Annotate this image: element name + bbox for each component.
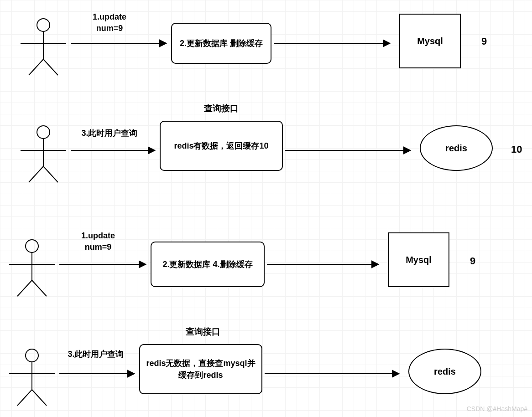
arrow: [71, 41, 169, 46]
section-header: 查询接口: [169, 326, 237, 338]
arrow-label: 3.此时用户查询: [50, 349, 141, 360]
mysql-value: 9: [481, 36, 487, 47]
arrow: [274, 41, 392, 46]
redis-label: redis: [434, 366, 456, 377]
arrow: [59, 262, 148, 267]
step-box: 2.更新数据库 4.删除缓存: [151, 242, 265, 287]
step-box-text: redis无数据，直接查mysql并缓存到redis: [143, 357, 259, 381]
step-box: redis无数据，直接查mysql并缓存到redis: [139, 344, 262, 394]
step-box: redis有数据，返回缓存10: [160, 121, 283, 171]
actor-icon: [21, 123, 71, 185]
arrow: [59, 371, 137, 376]
step-box-text: 2.更新数据库 4.删除缓存: [162, 258, 252, 270]
mysql-box: Mysql: [388, 232, 449, 287]
arrow-label: 1.update num=9: [62, 230, 135, 253]
actor-icon: [21, 16, 71, 77]
actor-icon: [9, 237, 59, 299]
mysql-label: Mysql: [417, 36, 443, 46]
redis-value: 10: [511, 144, 522, 155]
section-header: 查询接口: [187, 103, 256, 115]
watermark: CSDN @#HashMap#: [467, 405, 527, 412]
step-box-text: 2.更新数据库 删除缓存: [180, 37, 263, 49]
redis-ellipse: redis: [420, 125, 493, 171]
arrow-label: 1.update num=9: [73, 11, 146, 34]
arrow: [285, 148, 413, 153]
mysql-box: Mysql: [399, 14, 461, 68]
arrow-label: 3.此时用户查询: [64, 128, 155, 139]
step-box: 2.更新数据库 删除缓存: [171, 23, 271, 64]
mysql-label: Mysql: [406, 255, 432, 265]
redis-ellipse: redis: [408, 349, 481, 394]
mysql-value: 9: [470, 255, 475, 267]
redis-label: redis: [445, 143, 467, 154]
arrow: [267, 262, 381, 267]
step-box-text: redis有数据，返回缓存10: [174, 140, 268, 152]
arrow: [265, 371, 402, 376]
arrow: [71, 148, 157, 153]
